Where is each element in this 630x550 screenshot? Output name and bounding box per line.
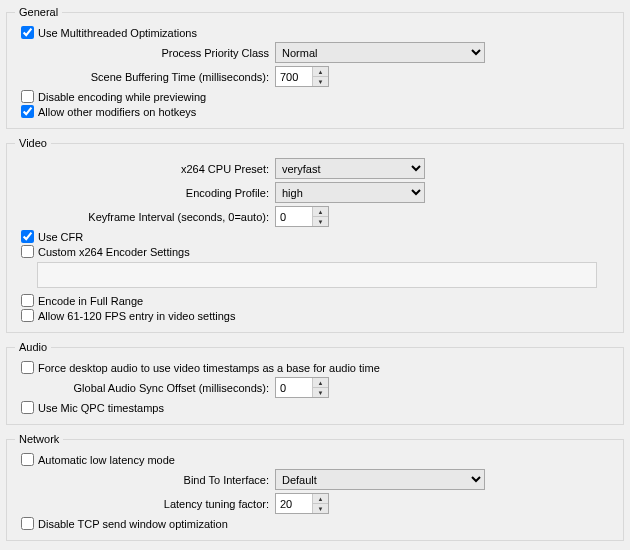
- keyframe-label: Keyframe Interval (seconds, 0=auto):: [15, 211, 275, 223]
- audio-legend: Audio: [15, 341, 51, 353]
- network-legend: Network: [15, 433, 63, 445]
- allow-modifiers-checkbox[interactable]: [21, 105, 34, 118]
- disable-tcp-checkbox[interactable]: [21, 517, 34, 530]
- force-timestamps-label: Force desktop audio to use video timesta…: [38, 362, 380, 374]
- keyframe-input[interactable]: [276, 207, 312, 226]
- multithreaded-checkbox[interactable]: [21, 26, 34, 39]
- sync-offset-label: Global Audio Sync Offset (milliseconds):: [15, 382, 275, 394]
- allow-fps-label: Allow 61-120 FPS entry in video settings: [38, 310, 236, 322]
- general-group: General Use Multithreaded Optimizations …: [6, 6, 624, 129]
- latency-up[interactable]: ▲: [313, 494, 328, 504]
- video-legend: Video: [15, 137, 51, 149]
- preset-label: x264 CPU Preset:: [15, 163, 275, 175]
- disable-preview-checkbox[interactable]: [21, 90, 34, 103]
- use-cfr-label: Use CFR: [38, 231, 83, 243]
- use-cfr-checkbox[interactable]: [21, 230, 34, 243]
- disable-preview-label: Disable encoding while previewing: [38, 91, 206, 103]
- buffering-input[interactable]: [276, 67, 312, 86]
- network-group: Network Automatic low latency mode Bind …: [6, 433, 624, 541]
- buffering-label: Scene Buffering Time (milliseconds):: [15, 71, 275, 83]
- audio-group: Audio Force desktop audio to use video t…: [6, 341, 624, 425]
- profile-select[interactable]: high: [275, 182, 425, 203]
- keyframe-spinner[interactable]: ▲ ▼: [275, 206, 329, 227]
- video-group: Video x264 CPU Preset: veryfast Encoding…: [6, 137, 624, 333]
- priority-label: Process Priority Class: [15, 47, 275, 59]
- profile-label: Encoding Profile:: [15, 187, 275, 199]
- disable-tcp-label: Disable TCP send window optimization: [38, 518, 228, 530]
- latency-label: Latency tuning factor:: [15, 498, 275, 510]
- allow-fps-checkbox[interactable]: [21, 309, 34, 322]
- sync-offset-spinner[interactable]: ▲ ▼: [275, 377, 329, 398]
- latency-down[interactable]: ▼: [313, 504, 328, 513]
- latency-spinner[interactable]: ▲ ▼: [275, 493, 329, 514]
- bind-select[interactable]: Default: [275, 469, 485, 490]
- buffering-down[interactable]: ▼: [313, 77, 328, 86]
- custom-x264-label: Custom x264 Encoder Settings: [38, 246, 190, 258]
- custom-x264-checkbox[interactable]: [21, 245, 34, 258]
- custom-x264-textbox: [37, 262, 597, 288]
- general-legend: General: [15, 6, 62, 18]
- buffering-up[interactable]: ▲: [313, 67, 328, 77]
- auto-low-latency-checkbox[interactable]: [21, 453, 34, 466]
- full-range-label: Encode in Full Range: [38, 295, 143, 307]
- mic-qpc-label: Use Mic QPC timestamps: [38, 402, 164, 414]
- allow-modifiers-label: Allow other modifiers on hotkeys: [38, 106, 196, 118]
- mic-qpc-checkbox[interactable]: [21, 401, 34, 414]
- buffering-spinner[interactable]: ▲ ▼: [275, 66, 329, 87]
- keyframe-down[interactable]: ▼: [313, 217, 328, 226]
- sync-offset-input[interactable]: [276, 378, 312, 397]
- full-range-checkbox[interactable]: [21, 294, 34, 307]
- latency-input[interactable]: [276, 494, 312, 513]
- sync-offset-down[interactable]: ▼: [313, 388, 328, 397]
- force-timestamps-checkbox[interactable]: [21, 361, 34, 374]
- bind-label: Bind To Interface:: [15, 474, 275, 486]
- priority-select[interactable]: Normal: [275, 42, 485, 63]
- preset-select[interactable]: veryfast: [275, 158, 425, 179]
- multithreaded-label: Use Multithreaded Optimizations: [38, 27, 197, 39]
- sync-offset-up[interactable]: ▲: [313, 378, 328, 388]
- auto-low-latency-label: Automatic low latency mode: [38, 454, 175, 466]
- keyframe-up[interactable]: ▲: [313, 207, 328, 217]
